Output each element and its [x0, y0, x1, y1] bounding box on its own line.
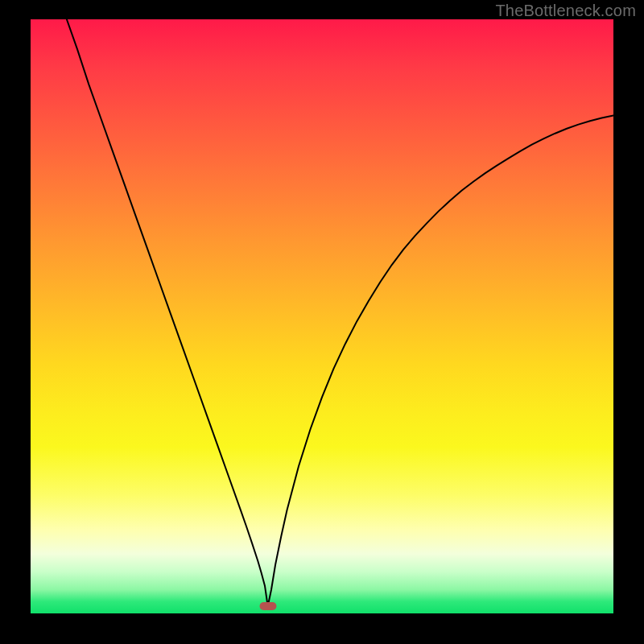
plot-area — [31, 19, 613, 613]
curve-svg — [31, 19, 613, 613]
bottleneck-curve — [67, 19, 613, 606]
minimum-marker — [259, 602, 276, 610]
chart-frame: TheBottleneck.com — [0, 0, 644, 644]
watermark-text: TheBottleneck.com — [495, 2, 636, 20]
